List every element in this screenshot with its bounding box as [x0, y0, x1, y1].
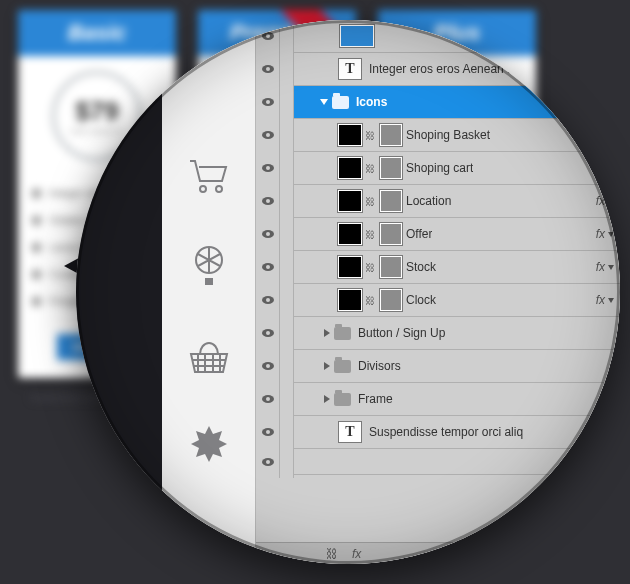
icon-preview-column	[162, 20, 256, 564]
lock-column[interactable]	[280, 350, 294, 383]
link-icon[interactable]: ⛓	[365, 128, 375, 142]
folder-icon	[334, 393, 351, 406]
layer-name[interactable]: Shoping cart	[406, 161, 473, 175]
svg-rect-3	[205, 278, 213, 285]
layer-group[interactable]: Frame	[256, 383, 620, 416]
visibility-toggle[interactable]	[256, 284, 280, 317]
card-title: Basic	[18, 10, 176, 56]
svg-point-1	[216, 186, 222, 192]
shopping-basket-icon	[186, 340, 232, 376]
layer-effects-icon[interactable]: fx	[596, 227, 614, 241]
folder-icon	[334, 360, 351, 373]
layer-group[interactable]: Divisors	[256, 350, 620, 383]
lock-column[interactable]	[280, 445, 294, 478]
lock-column[interactable]	[280, 416, 294, 449]
chevron-down-icon	[608, 265, 614, 270]
visibility-toggle[interactable]	[256, 185, 280, 218]
lock-column[interactable]	[280, 185, 294, 218]
lock-column[interactable]	[280, 86, 294, 119]
svg-point-0	[200, 186, 206, 192]
layer-thumbnail: ⛓	[338, 190, 402, 212]
disclosure-triangle-icon[interactable]	[324, 395, 330, 403]
layer-thumbnail: ⛓	[338, 124, 402, 146]
layer-row[interactable]: ⛓ Stock fx	[256, 251, 620, 284]
layer-name[interactable]: Frame	[358, 392, 393, 406]
link-icon[interactable]: ⛓	[365, 227, 375, 241]
folder-icon	[334, 327, 351, 340]
layer-name[interactable]: Offer	[406, 227, 432, 241]
layer-row-text[interactable]: T Suspendisse tempor orci aliq	[256, 416, 620, 449]
layer-group[interactable]: Button / Sign Up	[256, 317, 620, 350]
layer-name[interactable]: Location	[406, 194, 451, 208]
lock-column[interactable]	[280, 284, 294, 317]
layer-thumbnail: ⛓	[338, 256, 402, 278]
visibility-toggle[interactable]	[256, 416, 280, 449]
link-layers-icon[interactable]: ⛓	[326, 547, 338, 561]
layer-name[interactable]: Clock	[406, 293, 436, 307]
link-icon[interactable]: ⛓	[365, 260, 375, 274]
lock-column[interactable]	[280, 119, 294, 152]
layer-name[interactable]: Icons	[356, 95, 387, 109]
price-amount: $79	[75, 96, 118, 127]
layer-name[interactable]: Stock	[406, 260, 436, 274]
layer-row[interactable]: ⛓ Clock fx	[256, 284, 620, 317]
visibility-toggle[interactable]	[256, 445, 280, 478]
lock-column[interactable]	[280, 53, 294, 86]
link-icon[interactable]: ⛓	[365, 194, 375, 208]
chevron-down-icon	[608, 232, 614, 237]
disclosure-triangle-icon[interactable]	[324, 362, 330, 370]
lock-column[interactable]	[280, 251, 294, 284]
lock-column[interactable]	[280, 317, 294, 350]
layer-thumbnail	[340, 25, 374, 47]
disclosure-triangle-icon[interactable]	[320, 99, 328, 105]
lock-column[interactable]	[280, 383, 294, 416]
shopping-cart-icon	[187, 156, 231, 196]
layer-effects-icon[interactable]: fx	[596, 293, 614, 307]
visibility-toggle[interactable]	[256, 119, 280, 152]
layer-row[interactable]: ⛓ Offer fx	[256, 218, 620, 251]
type-layer-icon: T	[338, 421, 362, 443]
layer-name[interactable]: Shoping Basket	[406, 128, 490, 142]
layer-thumbnail: ⛓	[338, 157, 402, 179]
layer-name[interactable]: Suspendisse tempor orci aliq	[369, 425, 523, 439]
layer-effects-icon[interactable]: fx	[596, 260, 614, 274]
layer-name[interactable]: Divisors	[358, 359, 401, 373]
chevron-down-icon	[608, 298, 614, 303]
magnifier-lens: T Integer eros eros Aenean t Icons	[76, 20, 620, 564]
layer-thumbnail: ⛓	[338, 223, 402, 245]
visibility-toggle[interactable]	[256, 218, 280, 251]
link-icon[interactable]: ⛓	[365, 161, 375, 175]
disclosure-triangle-icon[interactable]	[324, 329, 330, 337]
layer-name[interactable]: Button / Sign Up	[358, 326, 445, 340]
star-burst-icon	[187, 424, 231, 468]
layer-row[interactable]: ⛓ Location fx	[256, 185, 620, 218]
folder-icon	[332, 96, 349, 109]
visibility-toggle[interactable]	[256, 251, 280, 284]
price-period: PER MONTH	[71, 127, 124, 136]
layer-row[interactable]: ⛓ Shoping cart fx	[256, 152, 620, 185]
visibility-toggle[interactable]	[256, 152, 280, 185]
visibility-toggle[interactable]	[256, 317, 280, 350]
lock-column[interactable]	[280, 218, 294, 251]
type-layer-icon: T	[338, 58, 362, 80]
visibility-toggle[interactable]	[256, 53, 280, 86]
link-icon[interactable]: ⛓	[365, 293, 375, 307]
hot-air-balloon-icon	[189, 244, 229, 292]
lock-column[interactable]	[280, 152, 294, 185]
layer-thumbnail: ⛓	[338, 289, 402, 311]
visibility-toggle[interactable]	[256, 383, 280, 416]
visibility-toggle[interactable]	[256, 350, 280, 383]
add-effects-icon[interactable]: fx	[352, 547, 361, 561]
layer-name[interactable]: Integer eros eros Aenean t	[369, 62, 510, 76]
visibility-toggle[interactable]	[256, 86, 280, 119]
